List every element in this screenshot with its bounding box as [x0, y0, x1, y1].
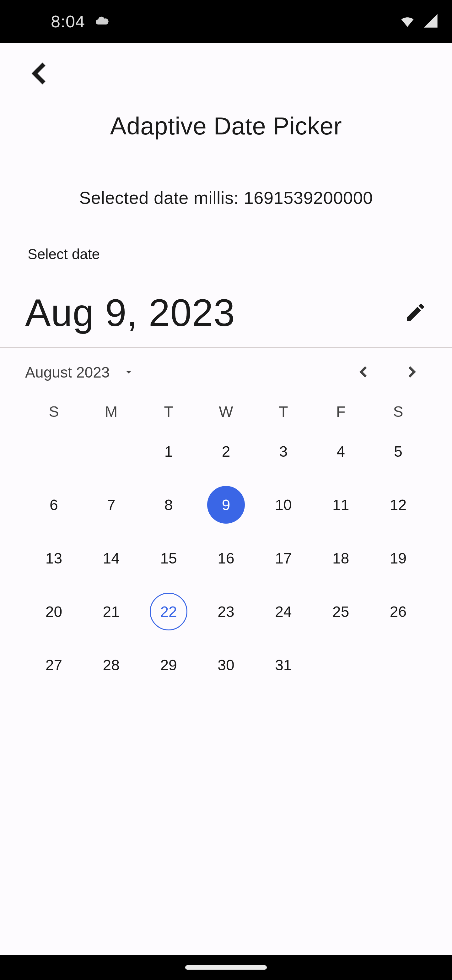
day-1[interactable]: 1 [150, 433, 187, 470]
day-18[interactable]: 18 [322, 539, 360, 577]
day-13[interactable]: 13 [35, 539, 73, 577]
day-31[interactable]: 31 [265, 646, 302, 684]
calendar-day-cell: 17 [255, 536, 312, 581]
calendar-day-cell: 25 [312, 589, 370, 634]
calendar-day-cell: 5 [370, 429, 427, 474]
day-6[interactable]: 6 [35, 486, 73, 523]
selected-millis-prefix: Selected date millis: [79, 188, 244, 208]
calendar-day-cell: 20 [25, 589, 82, 634]
calendar-day-cell: 24 [255, 589, 312, 634]
calendar-grid: 1234567891011121314151617181920212223242… [25, 429, 427, 687]
calendar-day-cell [25, 429, 82, 474]
calendar-day-cell: 21 [82, 589, 140, 634]
calendar-day-cell: 3 [255, 429, 312, 474]
calendar-day-cell: 22 [140, 589, 197, 634]
day-21[interactable]: 21 [92, 593, 130, 630]
android-status-bar: 8:04 [0, 0, 452, 43]
status-clock: 8:04 [51, 12, 85, 31]
calendar-day-cell: 15 [140, 536, 197, 581]
wifi-icon [399, 13, 416, 30]
weekday-5: F [312, 403, 370, 420]
day-30[interactable]: 30 [207, 646, 245, 684]
day-27[interactable]: 27 [35, 646, 73, 684]
calendar-day-cell: 28 [82, 643, 140, 687]
day-10[interactable]: 10 [265, 486, 302, 523]
day-22[interactable]: 22 [150, 593, 187, 630]
day-28[interactable]: 28 [92, 646, 130, 684]
next-month-button[interactable] [395, 365, 427, 380]
calendar-day-cell: 31 [255, 643, 312, 687]
day-26[interactable]: 26 [379, 593, 417, 630]
day-24[interactable]: 24 [265, 593, 302, 630]
edit-date-button[interactable] [404, 301, 427, 325]
day-3[interactable]: 3 [265, 433, 302, 470]
selected-millis-text: Selected date millis: 1691539200000 [0, 188, 452, 208]
camera-cutout [13, 7, 41, 35]
calendar-day-cell [370, 643, 427, 687]
day-29[interactable]: 29 [150, 646, 187, 684]
day-25[interactable]: 25 [322, 593, 360, 630]
weekday-1: M [82, 403, 140, 420]
calendar-day-cell: 2 [197, 429, 255, 474]
day-17[interactable]: 17 [265, 539, 302, 577]
weekday-0: S [25, 403, 82, 420]
day-4[interactable]: 4 [322, 433, 360, 470]
dropdown-icon[interactable] [122, 366, 135, 379]
day-5[interactable]: 5 [379, 433, 417, 470]
day-15[interactable]: 15 [150, 539, 187, 577]
day-8[interactable]: 8 [150, 486, 187, 523]
day-12[interactable]: 12 [379, 486, 417, 523]
month-year-button[interactable]: August 2023 [25, 364, 110, 381]
weekday-3: W [197, 403, 255, 420]
day-20[interactable]: 20 [35, 593, 73, 630]
day-7[interactable]: 7 [92, 486, 130, 523]
calendar-day-cell: 19 [370, 536, 427, 581]
calendar-day-cell: 27 [25, 643, 82, 687]
calendar-day-cell: 1 [140, 429, 197, 474]
day-11[interactable]: 11 [322, 486, 360, 523]
gesture-pill[interactable] [185, 965, 267, 970]
weekday-header-row: SMTWTFS [25, 403, 427, 420]
calendar-day-cell: 23 [197, 589, 255, 634]
calendar-week-row: 13141516171819 [25, 536, 427, 581]
weekday-4: T [255, 403, 312, 420]
calendar-week-row: 12345 [25, 429, 427, 474]
prev-month-button[interactable] [349, 365, 380, 380]
day-23[interactable]: 23 [207, 593, 245, 630]
day-2[interactable]: 2 [207, 433, 245, 470]
page-title: Adaptive Date Picker [0, 112, 452, 140]
calendar-day-cell: 29 [140, 643, 197, 687]
calendar-day-cell: 4 [312, 429, 370, 474]
calendar-day-cell: 8 [140, 482, 197, 527]
calendar-day-cell [82, 429, 140, 474]
day-14[interactable]: 14 [92, 539, 130, 577]
day-19[interactable]: 19 [379, 539, 417, 577]
calendar-day-cell: 26 [370, 589, 427, 634]
calendar-day-cell: 14 [82, 536, 140, 581]
calendar-day-cell: 11 [312, 482, 370, 527]
calendar-week-row: 20212223242526 [25, 589, 427, 634]
selected-millis-value: 1691539200000 [244, 188, 373, 208]
day-9[interactable]: 9 [207, 486, 245, 523]
cell-signal-icon [422, 13, 439, 30]
weekday-2: T [140, 403, 197, 420]
back-button[interactable] [28, 61, 53, 88]
calendar-day-cell: 6 [25, 482, 82, 527]
calendar-day-cell: 18 [312, 536, 370, 581]
select-date-label: Select date [25, 246, 427, 262]
calendar-week-row: 6789101112 [25, 482, 427, 527]
calendar-week-row: 2728293031 [25, 643, 427, 687]
calendar-day-cell: 9 [197, 482, 255, 527]
calendar-day-cell: 10 [255, 482, 312, 527]
divider [0, 347, 452, 348]
calendar-day-cell: 30 [197, 643, 255, 687]
calendar-day-cell: 12 [370, 482, 427, 527]
calendar-day-cell [312, 643, 370, 687]
calendar-day-cell: 13 [25, 536, 82, 581]
android-nav-bar [0, 955, 452, 980]
day-16[interactable]: 16 [207, 539, 245, 577]
cloud-icon [95, 13, 109, 30]
calendar-day-cell: 16 [197, 536, 255, 581]
calendar-day-cell: 7 [82, 482, 140, 527]
weekday-6: S [370, 403, 427, 420]
